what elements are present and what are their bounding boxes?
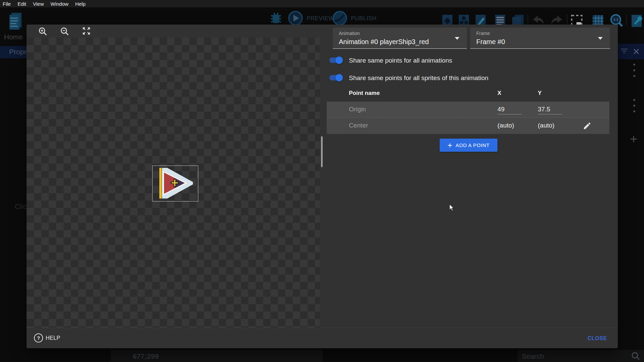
play-icon [288, 10, 303, 26]
publish-icon [332, 10, 348, 26]
chevron-down-icon [598, 37, 603, 40]
dialog-footer: ? HELP CLOSE [27, 328, 618, 349]
canvas-scrollbar[interactable] [321, 136, 323, 167]
search-input: Search [522, 352, 544, 360]
filter-icon [620, 48, 628, 55]
canvas-toolbar [27, 25, 320, 38]
plus-icon: + [448, 142, 452, 149]
center-x-value: (auto) [497, 122, 514, 129]
menu-item-window[interactable]: Window [50, 1, 68, 7]
header-y: Y [538, 90, 541, 97]
animation-select-label: Animation [339, 31, 360, 36]
help-button[interactable]: ? HELP [34, 333, 74, 343]
screen: File Edit View Window Help Home Proper C… [0, 0, 644, 362]
close-button[interactable]: CLOSE [588, 335, 607, 341]
sprite-canvas[interactable] [27, 38, 320, 328]
toggle-share-all-animations-label: Share same points for all animations [349, 57, 452, 65]
mouse-cursor [449, 204, 456, 211]
sprite-selection-box[interactable] [152, 166, 198, 202]
toggle-share-all-animations[interactable] [329, 56, 343, 64]
preview-button: PREVIEW [288, 10, 331, 26]
menu-item-view[interactable]: View [33, 1, 44, 7]
kebab-menu-icon [632, 95, 636, 115]
origin-x-field[interactable]: 49 [497, 106, 522, 114]
header-point-name: Point name [349, 90, 380, 97]
add-point-button[interactable]: + ADD A POINT [440, 139, 497, 152]
point-name: Center [349, 122, 368, 129]
frame-select-label: Frame [476, 31, 490, 36]
fit-to-view-icon[interactable] [82, 26, 91, 36]
points-table-header: Point name X Y [327, 90, 609, 100]
points-editor-dialog: Animation Animation #0 playerShip3_red F… [27, 25, 618, 348]
animation-select[interactable]: Animation Animation #0 playerShip3_red [333, 28, 467, 49]
center-y-value: (auto) [538, 122, 555, 129]
panel-close-icon [633, 48, 639, 55]
toggle-share-all-sprites-label: Share same points for all sprites of thi… [349, 74, 488, 82]
toggle-share-all-sprites[interactable] [329, 74, 343, 82]
zoom-out-icon[interactable] [60, 27, 69, 36]
svg-text:1:1: 1:1 [613, 18, 618, 22]
search-bar: Search [518, 350, 644, 362]
menu-item-edit[interactable]: Edit [17, 1, 26, 7]
status-coordinates: 677;299 [133, 352, 159, 360]
menu-item-file[interactable]: File [3, 1, 11, 7]
publish-button: PUBLISH [332, 10, 376, 26]
chevron-down-icon [455, 37, 459, 40]
table-row-center: Center (auto) (auto) [327, 118, 609, 134]
point-name: Origin [349, 106, 366, 113]
header-x: X [497, 90, 501, 97]
origin-y-field[interactable]: 37.5 [538, 106, 562, 114]
tools-icon [630, 14, 643, 28]
frame-select-value: Frame #0 [476, 38, 505, 46]
project-manager-icon [8, 12, 23, 31]
edit-pencil-icon[interactable] [583, 121, 592, 130]
menubar: File Edit View Window Help [0, 0, 644, 7]
home-tab: Home [4, 33, 23, 41]
menu-item-help[interactable]: Help [75, 1, 86, 7]
kebab-menu-icon [632, 60, 636, 80]
panel-header-bar [618, 44, 644, 59]
debug-icon [268, 11, 284, 26]
table-row-origin: Origin 49 37.5 [327, 102, 609, 118]
spaceship-sprite [155, 167, 196, 200]
properties-tab: Proper [0, 46, 27, 58]
search-icon [631, 352, 640, 360]
zoom-in-icon[interactable] [38, 27, 47, 36]
help-icon: ? [34, 333, 43, 342]
statusbar: 677;299 [111, 350, 323, 362]
frame-select[interactable]: Frame Frame #0 [470, 28, 610, 49]
animation-select-value: Animation #0 playerShip3_red [339, 38, 429, 46]
add-icon: + [630, 134, 637, 144]
